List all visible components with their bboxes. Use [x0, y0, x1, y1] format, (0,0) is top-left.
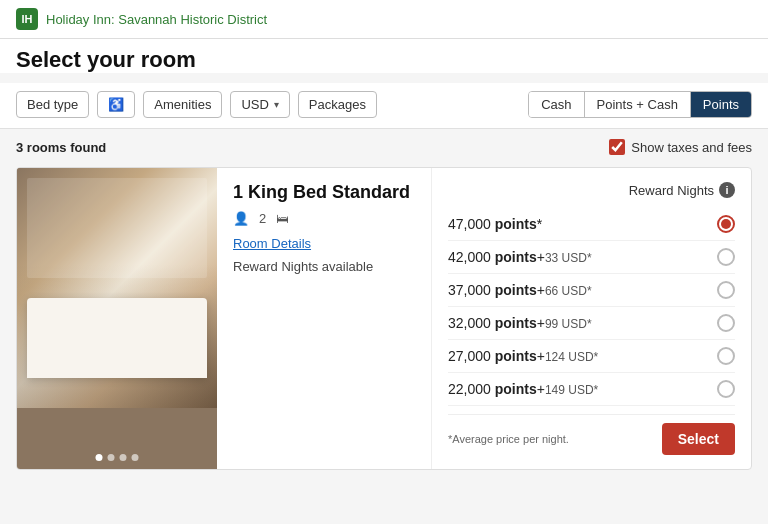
bed-type-label: Bed type — [27, 97, 78, 112]
radio-6[interactable] — [717, 380, 735, 398]
amenities-filter[interactable]: Amenities — [143, 91, 222, 118]
dot-1 — [96, 454, 103, 461]
room-name: 1 King Bed Standard — [233, 182, 415, 203]
select-button[interactable]: Select — [662, 423, 735, 455]
reward-nights-header: Reward Nights — [629, 183, 714, 198]
filter-left: Bed type ♿ Amenities USD ▾ Packages — [16, 91, 377, 118]
radio-5[interactable] — [717, 347, 735, 365]
price-option-5[interactable]: 27,000 points+124 USD* — [448, 340, 735, 373]
price-text-6: 22,000 points+149 USD* — [448, 381, 598, 397]
bed-type-filter[interactable]: Bed type — [16, 91, 89, 118]
room-image — [17, 168, 217, 408]
dot-4 — [132, 454, 139, 461]
radio-3[interactable] — [717, 281, 735, 299]
room-meta: 👤 2 🛏 — [233, 211, 415, 226]
price-option-4[interactable]: 32,000 points+99 USD* — [448, 307, 735, 340]
currency-label: USD — [241, 97, 268, 112]
price-option-1[interactable]: 47,000 points* — [448, 208, 735, 241]
results-header: 3 rooms found Show taxes and fees — [16, 139, 752, 155]
price-text-1: 47,000 points* — [448, 216, 542, 232]
radio-2[interactable] — [717, 248, 735, 266]
payment-tabs: Cash Points + Cash Points — [528, 91, 752, 118]
info-icon[interactable]: i — [719, 182, 735, 198]
packages-label: Packages — [309, 97, 366, 112]
reward-nights-available: Reward Nights available — [233, 259, 415, 274]
room-card: 1 King Bed Standard 👤 2 🛏 Room Details R… — [16, 167, 752, 470]
avg-price-note: *Average price per night. — [448, 433, 569, 445]
tax-label: Show taxes and fees — [631, 140, 752, 155]
tab-points-cash[interactable]: Points + Cash — [584, 92, 690, 117]
radio-1[interactable] — [717, 215, 735, 233]
tab-cash[interactable]: Cash — [529, 92, 583, 117]
room-info-section: 1 King Bed Standard 👤 2 🛏 Room Details R… — [217, 168, 431, 469]
filter-bar: Bed type ♿ Amenities USD ▾ Packages Cash… — [0, 83, 768, 129]
price-text-5: 27,000 points+124 USD* — [448, 348, 598, 364]
dot-3 — [120, 454, 127, 461]
page-title: Select your room — [16, 47, 752, 73]
price-text-4: 32,000 points+99 USD* — [448, 315, 592, 331]
chevron-down-icon: ▾ — [274, 99, 279, 110]
room-details-link[interactable]: Room Details — [233, 236, 415, 251]
tax-checkbox-label[interactable]: Show taxes and fees — [609, 139, 752, 155]
brand-logo: IH — [16, 8, 38, 30]
accessibility-filter[interactable]: ♿ — [97, 91, 135, 118]
pricing-footer: *Average price per night. Select — [448, 414, 735, 455]
image-dots — [96, 454, 139, 461]
price-option-2[interactable]: 42,000 points+33 USD* — [448, 241, 735, 274]
room-image-section — [17, 168, 217, 469]
currency-filter[interactable]: USD ▾ — [230, 91, 289, 118]
pricing-header: Reward Nights i — [448, 182, 735, 198]
guests-count: 2 — [259, 211, 266, 226]
price-option-3[interactable]: 37,000 points+66 USD* — [448, 274, 735, 307]
wheelchair-icon: ♿ — [108, 97, 124, 112]
amenities-label: Amenities — [154, 97, 211, 112]
page-header: Select your room — [0, 39, 768, 73]
tab-points[interactable]: Points — [690, 92, 751, 117]
price-text-2: 42,000 points+33 USD* — [448, 249, 592, 265]
price-option-6[interactable]: 22,000 points+149 USD* — [448, 373, 735, 406]
pricing-section: Reward Nights i 47,000 points* 42,000 po… — [431, 168, 751, 469]
hotel-link[interactable]: Holiday Inn: Savannah Historic District — [46, 12, 267, 27]
results-count: 3 rooms found — [16, 140, 106, 155]
results-area: 3 rooms found Show taxes and fees 1 King… — [0, 129, 768, 480]
packages-filter[interactable]: Packages — [298, 91, 377, 118]
bed-icon: 🛏 — [276, 211, 289, 226]
top-bar: IH Holiday Inn: Savannah Historic Distri… — [0, 0, 768, 39]
dot-2 — [108, 454, 115, 461]
price-text-3: 37,000 points+66 USD* — [448, 282, 592, 298]
radio-4[interactable] — [717, 314, 735, 332]
tax-checkbox[interactable] — [609, 139, 625, 155]
person-icon: 👤 — [233, 211, 249, 226]
brand-icon: IH — [22, 13, 33, 25]
